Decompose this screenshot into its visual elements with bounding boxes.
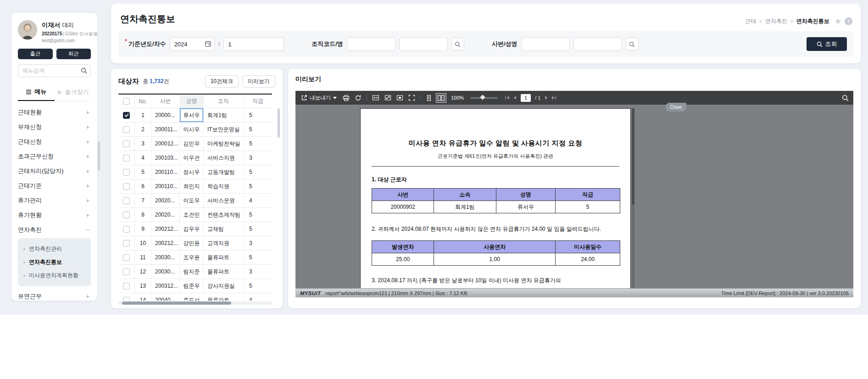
fullscreen-icon[interactable] [407, 94, 416, 102]
table-cell[interactable]: 조우윤 [180, 251, 204, 264]
table-row[interactable]: 820020...조건민컨텐츠제작팀5 [118, 208, 272, 222]
sidebar-item[interactable]: 초과근무신청+ [18, 149, 91, 164]
table-row[interactable]: 5200110...정시우고등개발팀5 [118, 165, 272, 179]
org-code-input[interactable] [347, 37, 395, 51]
table-row[interactable]: 1220030...림지준물류파트3 [118, 265, 272, 279]
expand-icon[interactable]: + [84, 212, 91, 219]
table-row[interactable]: 720020...이도우서비스운영4 [118, 194, 272, 208]
row-checkbox[interactable] [123, 212, 130, 218]
table-cell[interactable]: 학습지원 [204, 179, 244, 193]
table-cell[interactable]: 5 [244, 179, 272, 193]
scrollbar-thumb[interactable] [122, 301, 231, 305]
page-number-input[interactable]: 1 [521, 94, 531, 102]
table-cell[interactable]: 2 [135, 123, 151, 136]
row-checkbox[interactable] [123, 183, 130, 190]
check-in-button[interactable]: 출근 [18, 49, 53, 59]
menu-search-input[interactable] [18, 64, 91, 77]
expand-icon[interactable]: + [84, 109, 91, 116]
row-checkbox[interactable] [123, 112, 130, 119]
expand-icon[interactable]: + [84, 138, 91, 145]
expand-icon[interactable]: + [84, 182, 91, 190]
preview-button[interactable]: 미리보기 [242, 75, 275, 88]
sidebar-item[interactable]: 휴가현황+ [18, 208, 91, 223]
row-checkbox[interactable] [123, 169, 130, 176]
favorite-star-icon[interactable]: ★ [835, 17, 841, 26]
column-header-name[interactable]: 성명 [180, 95, 204, 108]
table-row[interactable]: 1420040...주도서물류파트4 [118, 293, 272, 301]
table-cell[interactable]: 5 [244, 123, 272, 136]
table-cell[interactable]: 물류파트 [204, 293, 244, 301]
table-cell[interactable]: 11 [135, 251, 151, 264]
table-cell[interactable]: 마케팅전략실 [204, 137, 244, 150]
table-row[interactable]: 120000...류서우회계1팀5 [118, 108, 272, 123]
sidebar-item[interactable]: 부재신청+ [18, 120, 91, 134]
first-page-icon[interactable] [504, 95, 510, 100]
calendar-icon[interactable] [205, 40, 211, 47]
row-checkbox[interactable] [123, 297, 130, 301]
table-cell[interactable]: 김민우 [180, 137, 204, 150]
table-cell[interactable]: 14 [135, 293, 151, 301]
org-search-button[interactable] [451, 38, 464, 50]
emp-search-button[interactable] [626, 38, 639, 50]
table-cell[interactable]: 20030... [151, 251, 180, 264]
table-cell[interactable]: 류서우 [180, 108, 204, 122]
table-cell[interactable]: 3 [244, 236, 272, 250]
last-page-icon[interactable] [551, 95, 557, 100]
table-cell[interactable]: 20020... [151, 208, 180, 222]
breadcrumb-item[interactable]: 연차촉진 [765, 17, 787, 25]
table-cell[interactable]: 4 [244, 293, 272, 301]
table-cell[interactable]: 5 [244, 222, 272, 236]
table-row[interactable]: 9200212...김우우교재팀5 [118, 222, 272, 236]
sidebar-scrollbar[interactable] [98, 141, 100, 171]
table-cell[interactable]: 8 [135, 208, 151, 222]
breadcrumb-item[interactable]: 근태 [745, 17, 756, 25]
table-cell[interactable]: 5 [244, 165, 272, 179]
expand-icon[interactable]: + [84, 153, 91, 160]
table-cell[interactable]: 조건민 [180, 208, 204, 222]
search-button[interactable]: 조회 [807, 37, 847, 51]
row-checkbox[interactable] [123, 240, 130, 247]
table-cell[interactable]: 물류파트 [204, 265, 244, 279]
table-cell[interactable]: 물류파트 [204, 251, 244, 264]
fit-width-icon[interactable] [371, 94, 380, 102]
table-cell[interactable]: 5 [244, 108, 272, 122]
table-cell[interactable]: 20030... [151, 265, 180, 279]
table-cell[interactable]: 5 [244, 279, 272, 293]
table-cell[interactable]: 컨텐츠제작팀 [204, 208, 244, 222]
table-cell[interactable]: 주도서 [180, 293, 204, 301]
table-cell[interactable]: 200212... [151, 236, 180, 250]
table-cell[interactable]: 20040... [151, 293, 180, 301]
table-row[interactable]: 4200103...이우건서비스지원3 [118, 151, 272, 165]
export-button[interactable]: 내보내기 [299, 93, 339, 103]
column-header-grade[interactable]: 직급 [244, 95, 272, 108]
table-cell[interactable]: 이우건 [180, 151, 204, 165]
sidebar-item[interactable]: 근태현황+ [18, 105, 91, 120]
table-cell[interactable]: 200212... [151, 222, 180, 236]
help-icon[interactable]: ? [845, 17, 852, 25]
row-checkbox[interactable] [123, 155, 130, 162]
sidebar-item[interactable]: 근태처리(담당자)+ [18, 164, 91, 178]
table-cell[interactable]: 림준우 [180, 279, 204, 293]
row-checkbox[interactable] [123, 254, 130, 261]
emp-name-input[interactable] [573, 37, 622, 51]
sidebar-item[interactable]: 근태기준+ [18, 178, 91, 193]
sidebar-item[interactable]: 휴가관리+ [18, 193, 91, 208]
table-cell[interactable]: 5 [244, 251, 272, 264]
table-cell[interactable]: 3 [244, 151, 272, 165]
actual-size-icon[interactable] [395, 94, 404, 102]
sidebar-item[interactable]: 근태신청+ [18, 134, 91, 149]
single-page-view-icon[interactable] [425, 94, 433, 102]
table-cell[interactable]: 12 [135, 265, 151, 279]
column-header-no[interactable]: No. [135, 95, 151, 108]
table-vertical-scrollbar[interactable] [278, 108, 280, 138]
expand-icon[interactable]: + [84, 293, 91, 300]
table-cell[interactable]: 5 [135, 165, 151, 179]
table-cell[interactable]: 최민지 [180, 179, 204, 193]
row-checkbox[interactable] [123, 140, 130, 147]
table-cell[interactable]: 강민윤 [180, 236, 204, 250]
table-cell[interactable]: 5 [244, 208, 272, 222]
check-10-button[interactable]: 10건체크 [205, 75, 239, 88]
table-cell[interactable]: 200110... [151, 179, 180, 193]
select-all-checkbox[interactable] [123, 98, 130, 105]
print-icon[interactable] [342, 94, 351, 102]
